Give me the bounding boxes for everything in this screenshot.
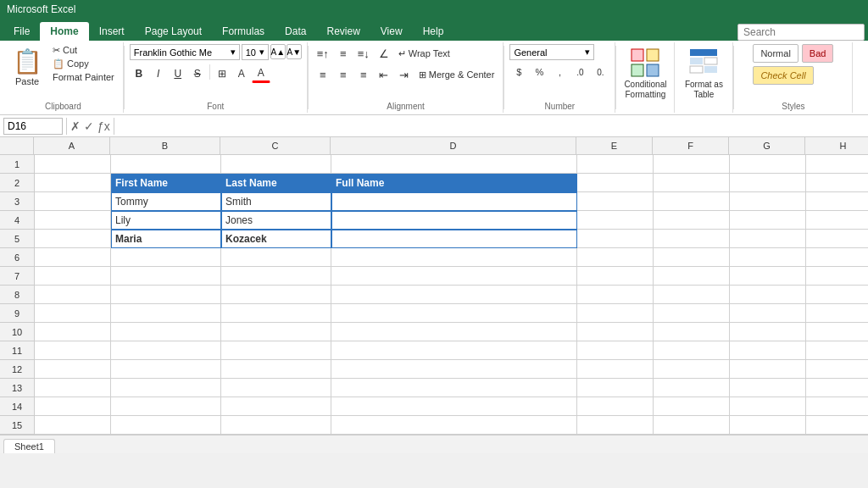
bold-button[interactable]: B <box>130 64 148 83</box>
cell-h13[interactable] <box>806 379 868 397</box>
cell-b7[interactable] <box>111 267 221 286</box>
cell-g13[interactable] <box>730 379 806 397</box>
cell-f9[interactable] <box>654 304 730 323</box>
cell-b3[interactable]: Tommy <box>111 192 221 211</box>
font-name-dropdown[interactable]: Franklin Gothic Me ▾ <box>130 44 240 60</box>
tab-formulas[interactable]: Formulas <box>212 22 275 41</box>
copy-button[interactable]: 📋 Copy <box>49 58 118 70</box>
cell-a3[interactable] <box>35 192 111 211</box>
conditional-formatting-button[interactable]: Conditional Formatting <box>621 44 669 103</box>
cell-b9[interactable] <box>111 304 221 323</box>
cell-a5[interactable] <box>35 230 111 248</box>
decrease-decimal-button[interactable]: .0 <box>570 63 589 81</box>
wrap-text-button[interactable]: ↵ Wrap Text <box>395 44 453 63</box>
cell-f13[interactable] <box>654 379 730 397</box>
cell-h11[interactable] <box>806 341 868 360</box>
cell-g5[interactable] <box>730 230 806 248</box>
align-right-button[interactable]: ≡ <box>354 65 373 84</box>
cell-e11[interactable] <box>577 341 654 360</box>
cell-f2[interactable] <box>654 174 730 192</box>
cell-b6[interactable] <box>111 248 221 267</box>
cell-c6[interactable] <box>221 248 331 267</box>
cell-b13[interactable] <box>111 379 221 397</box>
cell-e1[interactable] <box>577 155 654 174</box>
tab-insert[interactable]: Insert <box>89 22 135 41</box>
cell-f7[interactable] <box>654 267 730 286</box>
cell-d13[interactable] <box>331 379 577 397</box>
cell-d8[interactable] <box>331 286 577 304</box>
cell-g9[interactable] <box>730 304 806 323</box>
cell-b5[interactable]: Maria <box>111 230 221 248</box>
insert-function-icon[interactable]: ƒx <box>97 119 110 133</box>
cell-a4[interactable] <box>35 211 111 230</box>
align-bottom-button[interactable]: ≡↓ <box>354 44 373 63</box>
cell-e3[interactable] <box>577 192 654 211</box>
cell-a9[interactable] <box>35 304 111 323</box>
strikethrough-button[interactable]: S <box>188 64 207 83</box>
cell-c2[interactable]: Last Name <box>221 174 331 192</box>
cell-e7[interactable] <box>577 267 654 286</box>
cell-c3[interactable]: Smith <box>221 192 331 211</box>
align-center-button[interactable]: ≡ <box>334 65 353 84</box>
comma-button[interactable]: , <box>550 63 569 81</box>
cell-e9[interactable] <box>577 304 654 323</box>
sheet-tab-1[interactable]: Sheet1 <box>3 439 55 453</box>
cell-g4[interactable] <box>730 211 806 230</box>
percent-button[interactable]: % <box>530 63 548 81</box>
cell-h4[interactable] <box>806 211 868 230</box>
cell-g8[interactable] <box>730 286 806 304</box>
cell-c1[interactable] <box>221 155 331 174</box>
merge-center-button[interactable]: ⊞ Merge & Center <box>415 65 498 84</box>
cell-h7[interactable] <box>806 267 868 286</box>
cell-d4[interactable] <box>331 211 577 230</box>
tab-help[interactable]: Help <box>413 22 454 41</box>
cell-f6[interactable] <box>654 248 730 267</box>
cell-g10[interactable] <box>730 323 806 341</box>
cell-f8[interactable] <box>654 286 730 304</box>
cell-f4[interactable] <box>654 211 730 230</box>
cell-e13[interactable] <box>577 379 654 397</box>
cell-b4[interactable]: Lily <box>111 211 221 230</box>
formula-input[interactable] <box>118 118 865 135</box>
search-input[interactable] <box>737 24 865 41</box>
cell-g3[interactable] <box>730 192 806 211</box>
style-check-cell-button[interactable]: Check Cell <box>753 66 813 85</box>
cell-f12[interactable] <box>654 360 730 379</box>
cell-f11[interactable] <box>654 341 730 360</box>
cell-d9[interactable] <box>331 304 577 323</box>
cell-e8[interactable] <box>577 286 654 304</box>
cell-h9[interactable] <box>806 304 868 323</box>
cell-f3[interactable] <box>654 192 730 211</box>
cell-f5[interactable] <box>654 230 730 248</box>
cancel-formula-icon[interactable]: ✗ <box>70 119 81 133</box>
cell-e6[interactable] <box>577 248 654 267</box>
indent-decrease-button[interactable]: ⇤ <box>375 65 393 84</box>
cell-h5[interactable] <box>806 230 868 248</box>
fill-color-button[interactable]: A <box>232 64 251 83</box>
cell-g1[interactable] <box>730 155 806 174</box>
increase-decimal-button[interactable]: 0. <box>591 63 609 81</box>
underline-button[interactable]: U <box>169 64 187 83</box>
cell-a1[interactable] <box>35 155 111 174</box>
indent-increase-button[interactable]: ⇥ <box>395 65 414 84</box>
cell-f1[interactable] <box>654 155 730 174</box>
cell-d10[interactable] <box>331 323 577 341</box>
cell-d7[interactable] <box>331 267 577 286</box>
align-middle-button[interactable]: ≡ <box>334 44 353 63</box>
cell-d15[interactable] <box>331 416 577 435</box>
cell-e14[interactable] <box>577 397 654 416</box>
cell-c12[interactable] <box>221 360 331 379</box>
cell-c11[interactable] <box>221 341 331 360</box>
cell-d1[interactable] <box>331 155 577 174</box>
cell-a11[interactable] <box>35 341 111 360</box>
font-size-dropdown[interactable]: 10 ▾ <box>242 44 269 60</box>
confirm-formula-icon[interactable]: ✓ <box>84 119 94 133</box>
cell-e5[interactable] <box>577 230 654 248</box>
cell-h1[interactable] <box>806 155 868 174</box>
cell-b15[interactable] <box>111 416 221 435</box>
cell-b10[interactable] <box>111 323 221 341</box>
cell-e2[interactable] <box>577 174 654 192</box>
cell-g6[interactable] <box>730 248 806 267</box>
cell-b14[interactable] <box>111 397 221 416</box>
cell-f14[interactable] <box>654 397 730 416</box>
